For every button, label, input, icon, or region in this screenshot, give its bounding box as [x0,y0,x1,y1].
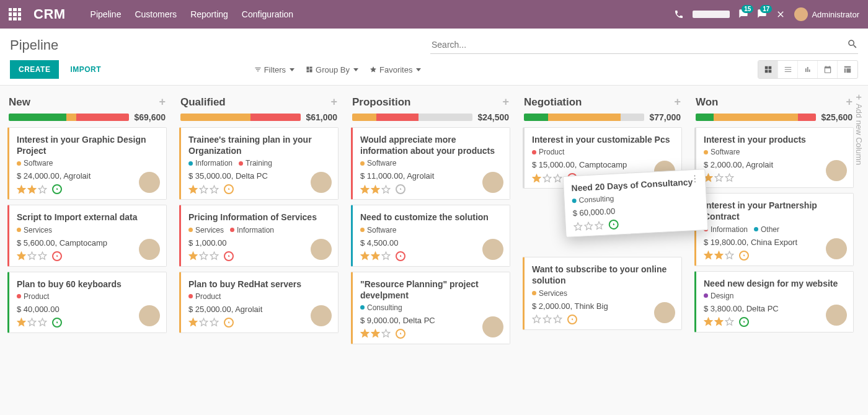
assignee-avatar[interactable] [826,238,847,259]
card-tags: Product [532,148,674,156]
priority-stars[interactable] [573,220,604,231]
kanban-card[interactable]: Interest in your products Software $ 2,0… [694,127,854,188]
assignee-avatar[interactable] [482,316,503,337]
activity-icon[interactable] [224,251,234,261]
calendar-view-icon[interactable] [818,61,838,78]
card-footer [360,329,502,339]
card-title: Need new design for my website [704,278,846,289]
list-view-icon[interactable] [778,61,798,78]
priority-stars[interactable] [704,317,734,326]
kanban-card[interactable]: Pricing Information of Services Services… [179,205,339,266]
priority-stars[interactable] [532,315,562,324]
graph-view-icon[interactable] [798,61,818,78]
nav-link-customers[interactable]: Customers [135,9,177,19]
assignee-avatar[interactable] [311,305,332,326]
search-input[interactable] [430,36,858,54]
kanban-card[interactable]: Would appreciate more information about … [351,127,510,200]
card-title: Trainee's training plan in your Organiza… [188,134,330,156]
card-menu-icon[interactable]: ⋮ [691,174,701,184]
kanban-card[interactable]: Plan to buy 60 keyboards Product $ 40,00… [7,272,167,333]
pivot-view-icon[interactable] [838,61,857,78]
nav-link-pipeline[interactable]: Pipeline [91,9,122,19]
priority-stars[interactable] [704,251,734,260]
priority-stars[interactable] [188,251,219,261]
card-tags: Services [17,226,159,234]
favorites-button[interactable]: Favorites [370,65,421,74]
priority-stars[interactable] [17,251,47,261]
card-title: Interest in your Partnership Contract [704,200,846,222]
card-footer [188,318,330,328]
activity-icon[interactable] [52,318,62,328]
column-add-icon[interactable]: + [330,96,337,109]
kanban-card[interactable]: Plan to buy RedHat servers Product $ 25,… [179,272,339,333]
svg-rect-2 [764,70,768,73]
dragging-card[interactable]: ⋮ Need 20 Days of Consultancy Consulting… [563,169,709,238]
activity-icon[interactable] [224,184,234,194]
card-title: Pricing Information of Services [188,212,330,223]
activity-icon[interactable] [739,317,749,327]
kanban-card[interactable]: Interest in your Partnership Contract In… [694,193,854,266]
create-button[interactable]: CREATE [10,60,59,79]
priority-stars[interactable] [17,185,47,194]
nav-links: Pipeline Customers Reporting Configurati… [91,9,294,19]
card-title: Would appreciate more information about … [360,134,502,156]
close-icon[interactable] [776,9,786,19]
nav-link-reporting[interactable]: Reporting [190,9,228,19]
groupby-button[interactable]: Group By [306,65,358,74]
priority-stars[interactable] [360,329,391,338]
card-tags: Services [532,289,674,298]
priority-stars[interactable] [704,173,734,182]
kanban-card[interactable]: Need new design for my website Design $ … [694,271,854,332]
card-tags: Software [360,226,502,234]
assignee-avatar[interactable] [654,302,675,323]
phone-icon[interactable] [674,9,684,19]
kanban-card[interactable]: Need to customize the solution Software … [351,205,510,266]
assignee-avatar[interactable] [139,305,160,326]
column-title: Won [696,96,719,109]
kanban-card[interactable]: "Resource Planning" project develpment C… [351,272,510,344]
messages-icon[interactable]: 15 [738,9,748,20]
card-amount: $ 25,000.00, Agrolait [188,305,330,314]
activity-icon[interactable] [52,184,62,194]
activity-icon[interactable] [396,251,405,261]
column-add-icon[interactable]: + [846,96,852,109]
assignee-avatar[interactable] [311,239,332,260]
activity-icon[interactable] [567,315,577,324]
assignee-avatar[interactable] [139,239,160,260]
activity-icon[interactable] [224,318,234,328]
kanban-view-icon[interactable] [758,61,778,78]
column-progress-bar [9,114,129,121]
priority-stars[interactable] [17,318,47,327]
assignee-avatar[interactable] [826,160,847,181]
priority-stars[interactable] [188,185,219,194]
activity-icon[interactable] [608,220,619,230]
priority-stars[interactable] [360,251,391,261]
activity-icon[interactable] [739,251,749,261]
add-column-button[interactable]: +Add new Column [853,94,864,165]
kanban-card[interactable]: Interest in your Graphic Design Project … [7,127,167,200]
filters-button[interactable]: Filters [254,65,294,74]
trial-progress[interactable] [693,11,730,18]
card-footer [360,251,502,261]
column-add-icon[interactable]: + [502,96,509,109]
activity-icon[interactable] [396,184,405,194]
kanban-card[interactable]: Trainee's training plan in your Organiza… [179,127,339,200]
kanban-card[interactable]: Script to Import external data Services … [7,205,167,266]
activities-icon[interactable]: 17 [757,9,767,20]
column-add-icon[interactable]: + [674,96,681,109]
apps-icon[interactable] [9,8,21,20]
priority-stars[interactable] [360,185,391,194]
priority-stars[interactable] [532,174,562,183]
import-button[interactable]: IMPORT [61,60,110,79]
activity-icon[interactable] [396,329,405,339]
assignee-avatar[interactable] [482,239,503,260]
search-icon[interactable] [847,38,858,50]
nav-link-configuration[interactable]: Configuration [242,9,293,19]
activity-icon[interactable] [52,251,62,261]
column-sum: $25,600 [821,112,852,122]
assignee-avatar[interactable] [826,305,847,326]
column-add-icon[interactable]: + [159,96,166,109]
kanban-card[interactable]: Want to subscribe to your online solutio… [523,257,682,329]
user-menu[interactable]: Administrator [794,7,859,21]
priority-stars[interactable] [188,318,219,327]
